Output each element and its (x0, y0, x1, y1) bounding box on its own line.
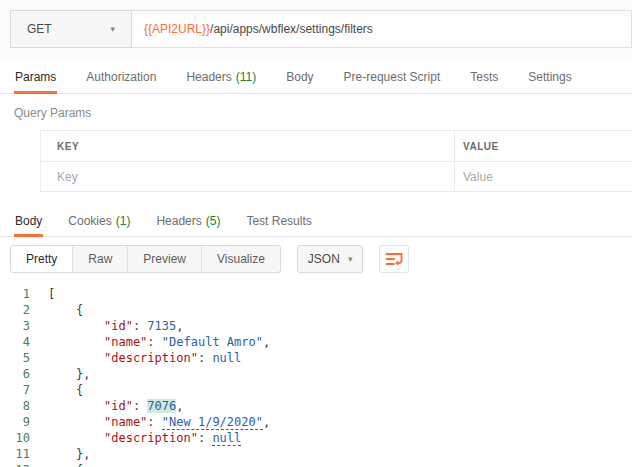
code-line: 12{ (0, 462, 632, 467)
code-line: 7{ (0, 382, 632, 398)
code-token: : (147, 415, 161, 429)
code-line: 6}, (0, 366, 632, 382)
tab-body[interactable]: Body (285, 60, 314, 93)
code-token: [ (48, 287, 55, 301)
section-title-query-params: Query Params (0, 94, 632, 130)
code-line: 10"description": null (0, 430, 632, 446)
response-body-code: 1[2{3"id": 7135,4"name": "Default Amro",… (0, 286, 632, 467)
code-token: "name" (104, 335, 147, 349)
code-line: 3"id": 7135, (0, 318, 632, 334)
query-params-table: KEY VALUE (40, 130, 632, 192)
code-token: { (76, 463, 83, 467)
method-select[interactable]: GET ▾ (10, 10, 132, 48)
beautify-button[interactable] (379, 245, 409, 273)
code-line: 1[ (0, 286, 632, 302)
code-token: 7135 (147, 319, 176, 333)
visualize-button[interactable]: Visualize (202, 246, 280, 272)
code-token: { (76, 383, 83, 397)
column-header-value: VALUE (463, 141, 499, 152)
line-number: 9 (0, 414, 40, 430)
code-token: { (76, 303, 83, 317)
code-token: : (133, 399, 147, 413)
code-token: "Default Amro" (162, 335, 263, 349)
code-token: "New 1/9/2020" (162, 415, 263, 430)
line-number: 10 (0, 430, 40, 446)
line-number: 4 (0, 334, 40, 350)
code-token: "id" (104, 319, 133, 333)
line-number: 6 (0, 366, 40, 382)
code-token: null (212, 431, 241, 446)
response-headers-count-badge: (5) (206, 214, 221, 228)
code-token: : (198, 431, 212, 445)
code-token: , (263, 415, 270, 429)
code-token: : (198, 351, 212, 365)
method-label: GET (27, 22, 52, 36)
tab-headers[interactable]: Headers (11) (185, 60, 257, 93)
line-number: 1 (0, 286, 40, 302)
tab-response-cookies[interactable]: Cookies (1) (67, 205, 131, 236)
code-line: 5"description": null (0, 350, 632, 366)
format-select[interactable]: JSON ▾ (297, 245, 364, 273)
code-token: : (147, 335, 161, 349)
tab-test-results[interactable]: Test Results (245, 205, 312, 236)
tab-tests[interactable]: Tests (469, 60, 499, 93)
line-number: 12 (0, 462, 40, 467)
code-token: "description" (104, 431, 198, 445)
tab-prerequest-script[interactable]: Pre-request Script (343, 60, 442, 93)
raw-button[interactable]: Raw (73, 246, 128, 272)
code-token: 7076 (147, 399, 176, 413)
column-header-key: KEY (57, 141, 79, 152)
code-token: , (176, 399, 183, 413)
code-token: , (263, 335, 270, 349)
tab-response-headers[interactable]: Headers (5) (155, 205, 221, 236)
cookies-count-badge: (1) (116, 214, 131, 228)
request-tabs: Params Authorization Headers (11) Body P… (0, 60, 632, 94)
url-path: /api/apps/wbflex/settings/filters (210, 22, 373, 36)
url-variable: {{API2URL}} (144, 22, 210, 36)
value-input[interactable] (463, 170, 624, 184)
code-token: "description" (104, 351, 198, 365)
code-line: 4"name": "Default Amro", (0, 334, 632, 350)
key-input[interactable] (57, 170, 438, 184)
line-number: 7 (0, 382, 40, 398)
code-line: 8"id": 7076, (0, 398, 632, 414)
code-token: }, (76, 447, 90, 461)
code-token: "id" (104, 399, 133, 413)
table-header-row: KEY VALUE (41, 131, 632, 161)
code-token: : (133, 319, 147, 333)
request-url-bar: GET ▾ {{API2URL}}/api/apps/wbflex/settin… (0, 0, 632, 60)
code-token: "name" (104, 415, 147, 429)
response-toolbar: Pretty Raw Preview Visualize JSON ▾ (0, 237, 632, 281)
response-body-viewer[interactable]: 1[2{3"id": 7135,4"name": "Default Amro",… (0, 281, 632, 467)
wrap-text-icon (385, 252, 403, 266)
line-number: 5 (0, 350, 40, 366)
url-input[interactable]: {{API2URL}}/api/apps/wbflex/settings/fil… (132, 10, 632, 48)
line-number: 8 (0, 398, 40, 414)
response-tabs: Body Cookies (1) Headers (5) Test Result… (0, 205, 632, 237)
code-line: 11}, (0, 446, 632, 462)
preview-button[interactable]: Preview (128, 246, 202, 272)
pretty-button[interactable]: Pretty (11, 246, 73, 272)
tab-params[interactable]: Params (14, 60, 57, 93)
view-mode-group: Pretty Raw Preview Visualize (10, 245, 281, 273)
chevron-down-icon: ▾ (110, 24, 115, 34)
headers-count-badge: (11) (236, 70, 256, 84)
code-token: , (176, 319, 183, 333)
line-number: 2 (0, 302, 40, 318)
table-row (41, 161, 632, 191)
tab-authorization[interactable]: Authorization (85, 60, 157, 93)
code-token: null (212, 351, 241, 365)
line-number: 11 (0, 446, 40, 462)
code-line: 2{ (0, 302, 632, 318)
line-number: 3 (0, 318, 40, 334)
tab-settings[interactable]: Settings (527, 60, 572, 93)
tab-response-body[interactable]: Body (14, 205, 43, 236)
code-line: 9"name": "New 1/9/2020", (0, 414, 632, 430)
chevron-down-icon: ▾ (348, 254, 353, 264)
code-token: }, (76, 367, 90, 381)
